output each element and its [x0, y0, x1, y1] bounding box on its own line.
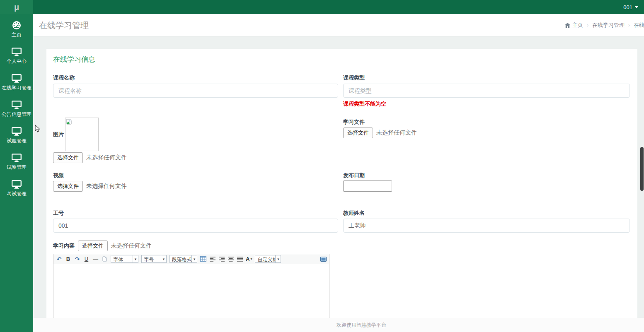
underline-icon[interactable]: U: [83, 255, 90, 263]
desktop-icon: [12, 73, 22, 83]
no-file-text: 未选择任何文件: [86, 154, 127, 161]
choose-file-button[interactable]: 选择文件: [78, 241, 108, 251]
redo-icon[interactable]: ↷: [74, 255, 80, 263]
username-text: 001: [623, 4, 632, 10]
paragraph-format-select[interactable]: 段落格式 ▾: [169, 255, 197, 263]
choose-file-button[interactable]: 选择文件: [343, 128, 373, 138]
fullscreen-icon[interactable]: [320, 255, 327, 263]
editor-content-area[interactable]: [53, 264, 329, 318]
publish-date-label: 发布日期: [343, 172, 365, 179]
course-type-error: 课程类型不能为空: [343, 100, 386, 108]
image-file-input: 选择文件 未选择任何文件: [53, 152, 127, 163]
align-justify-icon[interactable]: [237, 255, 243, 263]
no-file-text: 未选择任何文件: [111, 242, 152, 250]
desktop-icon: [12, 100, 22, 110]
table-icon[interactable]: [200, 255, 206, 263]
sidebar-item-exam-papers[interactable]: 试卷管理: [0, 151, 33, 177]
align-right-icon[interactable]: [218, 255, 225, 263]
custom-title-select[interactable]: 自定义标题 ▾: [255, 255, 281, 263]
breadcrumb-current: 在线学习管理: [634, 22, 644, 29]
chevron-down-icon: [635, 6, 638, 8]
study-content-file-input: 学习内容 选择文件 未选择任何文件: [53, 241, 152, 251]
sidebar-item-online-learning[interactable]: 在线学习管理: [0, 71, 33, 98]
sidebar: 主页 个人中心 在线学习管理 公告信息管理 试题管理 试卷管理: [0, 14, 33, 332]
sidebar-item-label: 主页: [12, 31, 22, 38]
choose-file-button[interactable]: 选择文件: [53, 152, 83, 163]
breadcrumb-separator: ›: [587, 22, 588, 28]
breadcrumb-label: 在线学习管理: [634, 22, 644, 29]
no-file-text: 未选择任何文件: [86, 183, 127, 190]
no-file-text: 未选择任何文件: [376, 129, 417, 137]
rich-text-editor: ↶ B ↷ U — 字体 ▾ 字号 ▾ 段落格式 ▾: [53, 254, 329, 318]
image-label: 图片: [53, 131, 64, 138]
footer: 欢迎使用智慧教学平台: [33, 318, 644, 332]
sidebar-item-personal-center[interactable]: 个人中心: [0, 45, 33, 71]
user-menu[interactable]: 001: [623, 0, 638, 14]
publish-date-input[interactable]: [343, 180, 392, 192]
editor-toolbar: ↶ B ↷ U — 字体 ▾ 字号 ▾ 段落格式 ▾: [53, 254, 329, 264]
course-type-label: 课程类型: [343, 74, 365, 82]
study-content-label: 学习内容: [53, 242, 75, 250]
new-document-icon[interactable]: [102, 255, 108, 263]
sidebar-item-home[interactable]: 主页: [0, 18, 33, 45]
undo-icon[interactable]: ↶: [56, 255, 62, 263]
video-label: 视频: [53, 172, 64, 179]
desktop-icon: [12, 126, 22, 136]
sidebar-item-label: 在线学习管理: [2, 84, 31, 91]
image-preview: [65, 118, 99, 151]
study-file-label: 学习文件: [343, 118, 365, 126]
footer-text: 欢迎使用智慧教学平台: [337, 322, 386, 329]
home-icon: [565, 23, 570, 28]
work-id-input[interactable]: [53, 219, 338, 233]
horizontal-rule-icon[interactable]: —: [92, 255, 99, 263]
breadcrumb: 主页 › 在线学习管理 › 在线学习管理: [565, 14, 644, 36]
sidebar-item-announcements[interactable]: 公告信息管理: [0, 98, 33, 124]
sidebar-item-label: 个人中心: [7, 58, 27, 65]
course-name-label: 课程名称: [53, 74, 75, 82]
main-content: 在线学习信息 课程名称 课程类型 课程类型不能为空 图片 选择文件 未选择任何文…: [33, 36, 644, 332]
font-family-select[interactable]: 字体 ▾: [111, 255, 138, 263]
sidebar-item-label: 试题管理: [7, 137, 27, 144]
page-header: 在线学习管理 主页 › 在线学习管理 › 在线学习管理: [33, 14, 644, 36]
dashboard-icon: [12, 20, 21, 30]
section-divider: [53, 68, 631, 68]
teacher-name-input[interactable]: [343, 219, 630, 233]
breadcrumb-separator: ›: [628, 22, 630, 28]
logo-letter: μ: [14, 2, 19, 12]
broken-image-icon: [66, 119, 72, 125]
sidebar-item-questions[interactable]: 试题管理: [0, 124, 33, 151]
mouse-cursor: [35, 125, 40, 132]
bold-icon[interactable]: B: [65, 255, 71, 263]
vertical-scrollbar[interactable]: [640, 147, 644, 191]
sidebar-item-exams[interactable]: 考试管理: [0, 177, 33, 204]
chevron-down-icon: ▾: [161, 255, 166, 262]
video-file-input: 选择文件 未选择任何文件: [53, 181, 127, 192]
breadcrumb-label: 主页: [572, 22, 583, 29]
breadcrumb-home[interactable]: 主页: [565, 22, 583, 29]
font-size-select[interactable]: 字号 ▾: [141, 255, 167, 263]
course-name-input[interactable]: [53, 84, 338, 98]
desktop-icon: [12, 47, 22, 57]
breadcrumb-online-learning[interactable]: 在线学习管理: [592, 22, 625, 29]
sidebar-item-label: 试卷管理: [7, 164, 27, 171]
topbar: 001: [33, 0, 644, 14]
work-id-label: 工号: [53, 209, 64, 217]
section-title: 在线学习信息: [53, 55, 95, 64]
form-card: 在线学习信息 课程名称 课程类型 课程类型不能为空 图片 选择文件 未选择任何文…: [46, 49, 637, 318]
study-file-input: 选择文件 未选择任何文件: [343, 128, 417, 138]
align-center-icon[interactable]: [228, 255, 234, 263]
app-logo[interactable]: μ: [0, 0, 33, 14]
choose-file-button[interactable]: 选择文件: [53, 181, 83, 192]
course-type-input[interactable]: [343, 84, 630, 98]
chevron-down-icon: ▾: [191, 255, 197, 262]
teacher-name-label: 教师姓名: [343, 209, 365, 217]
sidebar-item-label: 考试管理: [7, 190, 27, 197]
chevron-down-icon: ▾: [133, 255, 138, 262]
sidebar-item-label: 公告信息管理: [2, 111, 31, 118]
chevron-down-icon: ▾: [275, 255, 281, 262]
align-left-icon[interactable]: [209, 255, 215, 263]
desktop-icon: [12, 153, 22, 163]
font-color-icon[interactable]: A▾: [246, 255, 252, 263]
page-title: 在线学习管理: [39, 20, 89, 31]
breadcrumb-label: 在线学习管理: [592, 22, 625, 29]
